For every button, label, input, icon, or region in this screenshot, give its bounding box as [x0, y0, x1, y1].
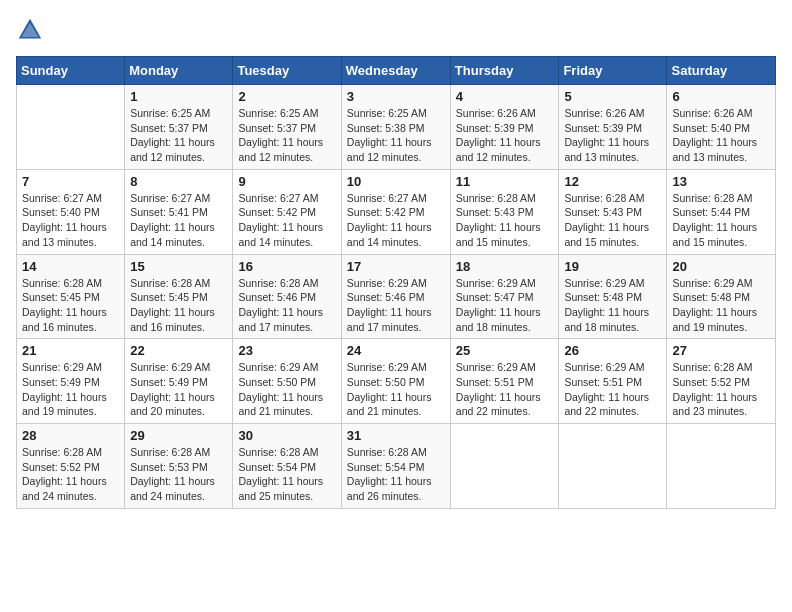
day-number: 22	[130, 343, 227, 358]
calendar-cell: 6Sunrise: 6:26 AM Sunset: 5:40 PM Daylig…	[667, 85, 776, 170]
calendar-cell: 15Sunrise: 6:28 AM Sunset: 5:45 PM Dayli…	[125, 254, 233, 339]
day-info: Sunrise: 6:27 AM Sunset: 5:41 PM Dayligh…	[130, 191, 227, 250]
calendar-header-row: SundayMondayTuesdayWednesdayThursdayFrid…	[17, 57, 776, 85]
day-of-week-header: Monday	[125, 57, 233, 85]
day-info: Sunrise: 6:28 AM Sunset: 5:43 PM Dayligh…	[564, 191, 661, 250]
calendar-cell: 3Sunrise: 6:25 AM Sunset: 5:38 PM Daylig…	[341, 85, 450, 170]
day-of-week-header: Friday	[559, 57, 667, 85]
calendar-cell: 30Sunrise: 6:28 AM Sunset: 5:54 PM Dayli…	[233, 424, 341, 509]
calendar-cell: 11Sunrise: 6:28 AM Sunset: 5:43 PM Dayli…	[450, 169, 559, 254]
day-number: 7	[22, 174, 119, 189]
calendar-week-row: 7Sunrise: 6:27 AM Sunset: 5:40 PM Daylig…	[17, 169, 776, 254]
day-info: Sunrise: 6:29 AM Sunset: 5:50 PM Dayligh…	[238, 360, 335, 419]
calendar-week-row: 14Sunrise: 6:28 AM Sunset: 5:45 PM Dayli…	[17, 254, 776, 339]
calendar-cell: 14Sunrise: 6:28 AM Sunset: 5:45 PM Dayli…	[17, 254, 125, 339]
day-number: 10	[347, 174, 445, 189]
calendar-cell: 19Sunrise: 6:29 AM Sunset: 5:48 PM Dayli…	[559, 254, 667, 339]
calendar-week-row: 28Sunrise: 6:28 AM Sunset: 5:52 PM Dayli…	[17, 424, 776, 509]
day-number: 14	[22, 259, 119, 274]
day-info: Sunrise: 6:25 AM Sunset: 5:37 PM Dayligh…	[238, 106, 335, 165]
day-info: Sunrise: 6:25 AM Sunset: 5:37 PM Dayligh…	[130, 106, 227, 165]
calendar-cell: 12Sunrise: 6:28 AM Sunset: 5:43 PM Dayli…	[559, 169, 667, 254]
calendar-cell	[559, 424, 667, 509]
day-number: 11	[456, 174, 554, 189]
day-info: Sunrise: 6:28 AM Sunset: 5:45 PM Dayligh…	[130, 276, 227, 335]
logo-icon	[16, 16, 44, 44]
calendar-cell	[17, 85, 125, 170]
day-info: Sunrise: 6:26 AM Sunset: 5:39 PM Dayligh…	[564, 106, 661, 165]
day-info: Sunrise: 6:29 AM Sunset: 5:46 PM Dayligh…	[347, 276, 445, 335]
day-number: 8	[130, 174, 227, 189]
day-info: Sunrise: 6:29 AM Sunset: 5:50 PM Dayligh…	[347, 360, 445, 419]
day-number: 16	[238, 259, 335, 274]
day-number: 28	[22, 428, 119, 443]
calendar-table: SundayMondayTuesdayWednesdayThursdayFrid…	[16, 56, 776, 509]
day-info: Sunrise: 6:29 AM Sunset: 5:47 PM Dayligh…	[456, 276, 554, 335]
day-info: Sunrise: 6:28 AM Sunset: 5:52 PM Dayligh…	[672, 360, 770, 419]
day-number: 24	[347, 343, 445, 358]
calendar-cell: 31Sunrise: 6:28 AM Sunset: 5:54 PM Dayli…	[341, 424, 450, 509]
day-info: Sunrise: 6:26 AM Sunset: 5:39 PM Dayligh…	[456, 106, 554, 165]
day-number: 20	[672, 259, 770, 274]
calendar-cell: 13Sunrise: 6:28 AM Sunset: 5:44 PM Dayli…	[667, 169, 776, 254]
calendar-cell: 9Sunrise: 6:27 AM Sunset: 5:42 PM Daylig…	[233, 169, 341, 254]
day-number: 29	[130, 428, 227, 443]
day-number: 13	[672, 174, 770, 189]
day-info: Sunrise: 6:27 AM Sunset: 5:42 PM Dayligh…	[238, 191, 335, 250]
calendar-week-row: 21Sunrise: 6:29 AM Sunset: 5:49 PM Dayli…	[17, 339, 776, 424]
logo	[16, 16, 48, 44]
day-of-week-header: Sunday	[17, 57, 125, 85]
day-info: Sunrise: 6:28 AM Sunset: 5:52 PM Dayligh…	[22, 445, 119, 504]
calendar-cell: 23Sunrise: 6:29 AM Sunset: 5:50 PM Dayli…	[233, 339, 341, 424]
calendar-cell: 1Sunrise: 6:25 AM Sunset: 5:37 PM Daylig…	[125, 85, 233, 170]
day-number: 4	[456, 89, 554, 104]
day-number: 12	[564, 174, 661, 189]
calendar-cell: 2Sunrise: 6:25 AM Sunset: 5:37 PM Daylig…	[233, 85, 341, 170]
day-of-week-header: Thursday	[450, 57, 559, 85]
day-number: 19	[564, 259, 661, 274]
day-of-week-header: Saturday	[667, 57, 776, 85]
calendar-cell: 26Sunrise: 6:29 AM Sunset: 5:51 PM Dayli…	[559, 339, 667, 424]
calendar-cell: 20Sunrise: 6:29 AM Sunset: 5:48 PM Dayli…	[667, 254, 776, 339]
calendar-cell: 21Sunrise: 6:29 AM Sunset: 5:49 PM Dayli…	[17, 339, 125, 424]
day-info: Sunrise: 6:26 AM Sunset: 5:40 PM Dayligh…	[672, 106, 770, 165]
calendar-body: 1Sunrise: 6:25 AM Sunset: 5:37 PM Daylig…	[17, 85, 776, 509]
calendar-cell: 22Sunrise: 6:29 AM Sunset: 5:49 PM Dayli…	[125, 339, 233, 424]
calendar-cell: 7Sunrise: 6:27 AM Sunset: 5:40 PM Daylig…	[17, 169, 125, 254]
calendar-cell: 25Sunrise: 6:29 AM Sunset: 5:51 PM Dayli…	[450, 339, 559, 424]
day-info: Sunrise: 6:28 AM Sunset: 5:46 PM Dayligh…	[238, 276, 335, 335]
day-of-week-header: Tuesday	[233, 57, 341, 85]
day-number: 15	[130, 259, 227, 274]
day-info: Sunrise: 6:29 AM Sunset: 5:48 PM Dayligh…	[564, 276, 661, 335]
day-of-week-header: Wednesday	[341, 57, 450, 85]
day-number: 9	[238, 174, 335, 189]
day-number: 3	[347, 89, 445, 104]
calendar-cell: 4Sunrise: 6:26 AM Sunset: 5:39 PM Daylig…	[450, 85, 559, 170]
day-info: Sunrise: 6:28 AM Sunset: 5:54 PM Dayligh…	[347, 445, 445, 504]
calendar-cell: 5Sunrise: 6:26 AM Sunset: 5:39 PM Daylig…	[559, 85, 667, 170]
day-number: 1	[130, 89, 227, 104]
day-info: Sunrise: 6:28 AM Sunset: 5:44 PM Dayligh…	[672, 191, 770, 250]
calendar-cell: 10Sunrise: 6:27 AM Sunset: 5:42 PM Dayli…	[341, 169, 450, 254]
day-info: Sunrise: 6:29 AM Sunset: 5:51 PM Dayligh…	[456, 360, 554, 419]
day-number: 18	[456, 259, 554, 274]
calendar-cell: 17Sunrise: 6:29 AM Sunset: 5:46 PM Dayli…	[341, 254, 450, 339]
calendar-cell	[450, 424, 559, 509]
day-info: Sunrise: 6:25 AM Sunset: 5:38 PM Dayligh…	[347, 106, 445, 165]
calendar-cell: 24Sunrise: 6:29 AM Sunset: 5:50 PM Dayli…	[341, 339, 450, 424]
day-number: 5	[564, 89, 661, 104]
calendar-cell: 27Sunrise: 6:28 AM Sunset: 5:52 PM Dayli…	[667, 339, 776, 424]
day-number: 25	[456, 343, 554, 358]
day-number: 23	[238, 343, 335, 358]
day-number: 17	[347, 259, 445, 274]
day-number: 21	[22, 343, 119, 358]
calendar-cell: 8Sunrise: 6:27 AM Sunset: 5:41 PM Daylig…	[125, 169, 233, 254]
calendar-week-row: 1Sunrise: 6:25 AM Sunset: 5:37 PM Daylig…	[17, 85, 776, 170]
day-info: Sunrise: 6:29 AM Sunset: 5:49 PM Dayligh…	[130, 360, 227, 419]
day-info: Sunrise: 6:27 AM Sunset: 5:42 PM Dayligh…	[347, 191, 445, 250]
day-number: 26	[564, 343, 661, 358]
day-number: 27	[672, 343, 770, 358]
day-number: 30	[238, 428, 335, 443]
day-info: Sunrise: 6:29 AM Sunset: 5:49 PM Dayligh…	[22, 360, 119, 419]
day-info: Sunrise: 6:27 AM Sunset: 5:40 PM Dayligh…	[22, 191, 119, 250]
